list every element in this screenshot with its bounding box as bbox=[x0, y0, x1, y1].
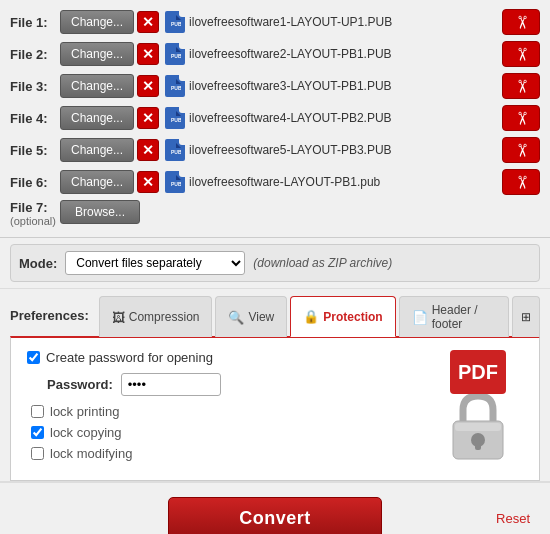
password-label: Password: bbox=[47, 377, 113, 392]
preferences-section: Preferences: 🖼 Compression 🔍 View 🔒 Prot… bbox=[0, 288, 550, 481]
svg-rect-1 bbox=[169, 15, 176, 20]
scissors-icon-1: ✂ bbox=[510, 15, 532, 30]
file-label-3: File 3: bbox=[10, 79, 60, 94]
scissors-button-1[interactable]: ✂ bbox=[502, 9, 540, 35]
scissors-icon-3: ✂ bbox=[510, 79, 532, 94]
header-footer-icon: 📄 bbox=[412, 310, 428, 325]
scissors-button-4[interactable]: ✂ bbox=[502, 105, 540, 131]
filename-3: ilovefreesoftware3-LAYOUT-PB1.PUB bbox=[189, 79, 496, 93]
svg-rect-25 bbox=[455, 423, 501, 431]
scissors-button-3[interactable]: ✂ bbox=[502, 73, 540, 99]
scissors-icon-4: ✂ bbox=[510, 111, 532, 126]
create-password-row: Create password for opening bbox=[27, 350, 413, 365]
reset-link[interactable]: Reset bbox=[496, 511, 530, 526]
lock-copying-label[interactable]: lock copying bbox=[50, 425, 122, 440]
compression-icon: 🖼 bbox=[112, 310, 125, 325]
file-label-6: File 6: bbox=[10, 175, 60, 190]
svg-rect-17 bbox=[169, 143, 176, 148]
filename-1: ilovefreesoftware1-LAYOUT-UP1.PUB bbox=[189, 15, 496, 29]
convert-section: Convert Reset bbox=[0, 481, 550, 534]
lock-copying-checkbox[interactable] bbox=[31, 426, 44, 439]
create-password-label[interactable]: Create password for opening bbox=[46, 350, 213, 365]
file-row-1: File 1: Change... ✕ PUB ilovefreesoftwar… bbox=[10, 8, 540, 36]
file7-optional-label: (optional) bbox=[10, 215, 60, 227]
pdf-badge: PDF bbox=[450, 350, 506, 394]
scissors-button-6[interactable]: ✂ bbox=[502, 169, 540, 195]
file7-main-label: File 7: bbox=[10, 200, 60, 215]
svg-rect-9 bbox=[169, 79, 176, 84]
file-icon-6: PUB bbox=[165, 171, 185, 193]
filename-6: ilovefreesoftware-LAYOUT-PB1.pub bbox=[189, 175, 496, 189]
files-section: File 1: Change... ✕ PUB ilovefreesoftwar… bbox=[0, 0, 550, 238]
svg-text:PUB: PUB bbox=[171, 149, 181, 155]
file7-row: File 7: (optional) Browse... bbox=[10, 200, 540, 227]
file-row-6: File 6: Change... ✕ PUB ilovefreesoftwar… bbox=[10, 168, 540, 196]
password-row: Password: bbox=[47, 373, 413, 396]
convert-button[interactable]: Convert bbox=[168, 497, 382, 534]
file-icon-1: PUB bbox=[165, 11, 185, 33]
password-input[interactable] bbox=[121, 373, 221, 396]
change-button-2[interactable]: Change... bbox=[60, 42, 134, 66]
svg-text:PUB: PUB bbox=[171, 21, 181, 27]
change-button-1[interactable]: Change... bbox=[60, 10, 134, 34]
file7-browse-button[interactable]: Browse... bbox=[60, 200, 140, 224]
scissors-icon-5: ✂ bbox=[510, 143, 532, 158]
tab-compression[interactable]: 🖼 Compression bbox=[99, 296, 213, 337]
scissors-icon-6: ✂ bbox=[510, 175, 532, 190]
file-label-2: File 2: bbox=[10, 47, 60, 62]
tab-more-button[interactable]: ⊞ bbox=[512, 296, 540, 337]
remove-button-5[interactable]: ✕ bbox=[137, 139, 159, 161]
svg-rect-5 bbox=[169, 47, 176, 52]
tab-protection[interactable]: 🔒 Protection bbox=[290, 296, 395, 337]
remove-button-6[interactable]: ✕ bbox=[137, 171, 159, 193]
tab-protection-label: Protection bbox=[323, 310, 382, 324]
lock-printing-label[interactable]: lock printing bbox=[50, 404, 119, 419]
file-icon-3: PUB bbox=[165, 75, 185, 97]
mode-select[interactable]: Convert files separately Merge files Mer… bbox=[65, 251, 245, 275]
lock-copying-row: lock copying bbox=[31, 425, 413, 440]
protection-options: Create password for opening Password: lo… bbox=[27, 350, 413, 467]
tab-header-footer[interactable]: 📄 Header / footer bbox=[399, 296, 509, 337]
scissors-button-2[interactable]: ✂ bbox=[502, 41, 540, 67]
svg-text:PUB: PUB bbox=[171, 117, 181, 123]
change-button-4[interactable]: Change... bbox=[60, 106, 134, 130]
change-button-5[interactable]: Change... bbox=[60, 138, 134, 162]
download-note: (download as ZIP archive) bbox=[253, 256, 392, 270]
file-row-5: File 5: Change... ✕ PUB ilovefreesoftwar… bbox=[10, 136, 540, 164]
file-row-4: File 4: Change... ✕ PUB ilovefreesoftwar… bbox=[10, 104, 540, 132]
remove-button-3[interactable]: ✕ bbox=[137, 75, 159, 97]
remove-button-1[interactable]: ✕ bbox=[137, 11, 159, 33]
change-button-6[interactable]: Change... bbox=[60, 170, 134, 194]
svg-text:PUB: PUB bbox=[171, 181, 181, 187]
change-button-3[interactable]: Change... bbox=[60, 74, 134, 98]
svg-rect-13 bbox=[169, 111, 176, 116]
filename-4: ilovefreesoftware4-LAYOUT-PB2.PUB bbox=[189, 111, 496, 125]
more-icon: ⊞ bbox=[521, 310, 531, 324]
svg-text:PUB: PUB bbox=[171, 53, 181, 59]
lock-modifying-row: lock modifying bbox=[31, 446, 413, 461]
protection-icon: 🔒 bbox=[303, 309, 319, 324]
lock-printing-checkbox[interactable] bbox=[31, 405, 44, 418]
preferences-tabs-container: Preferences: 🖼 Compression 🔍 View 🔒 Prot… bbox=[0, 288, 550, 336]
create-password-checkbox[interactable] bbox=[27, 351, 40, 364]
file-icon-2: PUB bbox=[165, 43, 185, 65]
remove-button-2[interactable]: ✕ bbox=[137, 43, 159, 65]
tab-view[interactable]: 🔍 View bbox=[215, 296, 287, 337]
lock-icon bbox=[443, 388, 513, 468]
mode-section: Mode: Convert files separately Merge fil… bbox=[10, 244, 540, 282]
preferences-label: Preferences: bbox=[10, 300, 89, 331]
filename-5: ilovefreesoftware5-LAYOUT-PB3.PUB bbox=[189, 143, 496, 157]
scissors-button-5[interactable]: ✂ bbox=[502, 137, 540, 163]
tab-view-label: View bbox=[248, 310, 274, 324]
svg-text:PUB: PUB bbox=[171, 85, 181, 91]
file-row-2: File 2: Change... ✕ PUB ilovefreesoftwar… bbox=[10, 40, 540, 68]
svg-rect-21 bbox=[169, 175, 176, 180]
lock-modifying-checkbox[interactable] bbox=[31, 447, 44, 460]
view-icon: 🔍 bbox=[228, 310, 244, 325]
scissors-icon-2: ✂ bbox=[510, 47, 532, 62]
remove-button-4[interactable]: ✕ bbox=[137, 107, 159, 129]
tab-compression-label: Compression bbox=[129, 310, 200, 324]
tab-header-footer-label: Header / footer bbox=[432, 303, 496, 331]
file-row-3: File 3: Change... ✕ PUB ilovefreesoftwar… bbox=[10, 72, 540, 100]
lock-modifying-label[interactable]: lock modifying bbox=[50, 446, 132, 461]
